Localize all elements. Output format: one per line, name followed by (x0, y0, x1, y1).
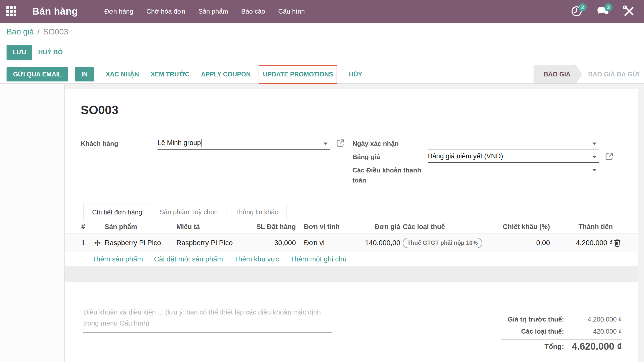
untaxed-amount-label: Giá trị trước thuế: (501, 315, 572, 323)
col-header-unit-price[interactable]: Đơn giá (354, 223, 400, 231)
col-header-description[interactable]: Miêu tả (175, 223, 247, 231)
tools-icon (623, 6, 634, 17)
action-buttons: GỬI QUA EMAIL IN XÁC NHẬN XEM TRƯỚC APPL… (7, 65, 362, 83)
tab-other-info[interactable]: Thông tin khác (226, 204, 287, 220)
activity-button[interactable]: 2 (571, 5, 583, 17)
menu-reporting[interactable]: Báo cáo (241, 8, 265, 15)
tab-optional-products[interactable]: Sản phẩm Tuỳ chọn (151, 204, 226, 220)
caret-down-icon[interactable] (324, 143, 328, 145)
breadcrumb-current: SO003 (43, 27, 68, 36)
app-title: Bán hàng (32, 6, 78, 17)
apps-menu-button[interactable] (0, 0, 23, 23)
terms-input[interactable]: Điều khoản và điều kiện ... (lưu ý: bạn … (83, 307, 332, 333)
caret-down-icon[interactable] (592, 156, 596, 158)
breadcrumb-parent-link[interactable]: Báo giá (7, 27, 34, 36)
table-row[interactable]: 1 Raspberry Pi Pico Raspberry Pi Pico 30… (65, 234, 638, 252)
customer-field[interactable]: Lê Minh group (157, 137, 330, 150)
update-promotions-button[interactable]: UPDATE PROMOTIONS (263, 71, 333, 78)
add-product-link[interactable]: Thêm sản phẩm (92, 255, 143, 263)
menu-orders[interactable]: Đơn hàng (104, 8, 133, 15)
add-note-link[interactable]: Thêm một ghi chú (290, 255, 346, 263)
left-strip (0, 84, 65, 362)
untaxed-amount-row: Giá trị trước thuế: 4.200.000 ₫ (501, 313, 622, 325)
top-menu: Đơn hàng Chờ hóa đơn Sản phẩm Báo cáo Cấ… (104, 8, 305, 15)
notebook-tabs: Chi tiết đơn hàng Sản phẩm Tuỳ chọn Thôn… (83, 204, 287, 220)
payment-terms-label: Các Điều khoản thanh toán (352, 165, 423, 185)
pricelist-field[interactable]: Bảng giá niêm yết (VND) (428, 150, 599, 163)
add-section-link[interactable]: Thêm khu vực (234, 255, 279, 263)
sales-quotation-screen: Bán hàng Đơn hàng Chờ hóa đơn Sản phẩm B… (0, 0, 644, 362)
confirmation-date-label: Ngày xác nhận (352, 139, 428, 149)
grand-total-row: Tổng: 4.620.000 ₫ (501, 339, 622, 351)
messages-button[interactable]: 2 (596, 5, 609, 17)
cell-uom[interactable]: Đơn vị (296, 239, 354, 247)
tax-badge[interactable]: Thuế GTGT phải nộp 10% (403, 238, 482, 248)
topbar: Bán hàng Đơn hàng Chờ hóa đơn Sản phẩm B… (0, 0, 644, 23)
content-area: SO003 Khách hàng Lê Minh group Ngày xác … (0, 84, 644, 362)
status-quotation[interactable]: BÁO GIÁ (534, 65, 582, 83)
menu-to-invoice[interactable]: Chờ hóa đơn (146, 8, 185, 15)
order-title: SO003 (81, 103, 118, 117)
grand-total-value: 4.620.000 ₫ (572, 341, 622, 352)
col-header-product[interactable]: Sản phẩm (103, 223, 175, 231)
cell-unit-price[interactable]: 140.000,00 (354, 239, 400, 247)
cell-discount[interactable]: 0,00 (500, 239, 550, 247)
col-header-quantity[interactable]: SL Đặt hàng (247, 223, 296, 231)
col-header-index: # (81, 223, 91, 231)
drag-handle[interactable] (91, 239, 103, 246)
cell-product[interactable]: Raspberry Pi Pico (103, 239, 175, 247)
grand-total-label: Tổng: (501, 343, 572, 351)
messages-badge: 2 (605, 3, 613, 11)
statusbar: BÁO GIÁ BÁO GIÁ ĐÃ GỬI (534, 65, 644, 83)
row-index: 1 (81, 239, 91, 247)
table-header-row: # Sản phẩm Miêu tả SL Đặt hàng Đơn vị tí… (65, 220, 638, 234)
col-header-uom[interactable]: Đơn vị tính (296, 223, 354, 231)
edit-controls: LƯU HUỶ BỎ (0, 43, 644, 62)
update-promotions-highlight-box: UPDATE PROMOTIONS (259, 65, 337, 84)
pricelist-value: Bảng giá niêm yết (VND) (428, 152, 503, 160)
cell-taxes: Thuế GTGT phải nộp 10% (400, 238, 500, 248)
send-by-email-button[interactable]: GỬI QUA EMAIL (7, 67, 68, 81)
cancel-button[interactable]: HỦY (349, 71, 362, 78)
caret-down-icon[interactable] (592, 169, 596, 171)
cell-description[interactable]: Raspberry Pi Pico (175, 239, 247, 247)
menu-products[interactable]: Sản phẩm (198, 8, 228, 15)
col-header-discount[interactable]: Chiết khấu (%) (500, 223, 550, 231)
untaxed-amount-value: 4.200.000 ₫ (572, 315, 622, 323)
pricelist-label: Bảng giá (352, 152, 428, 162)
preview-button[interactable]: XEM TRƯỚC (150, 71, 189, 78)
external-link-icon[interactable] (336, 139, 345, 147)
taxes-label: Các loại thuế: (501, 328, 572, 335)
move-icon (94, 239, 101, 246)
menu-configuration[interactable]: Cấu hình (278, 8, 305, 15)
grid-icon (6, 6, 17, 17)
save-button[interactable]: LƯU (7, 45, 32, 60)
breadcrumb-separator: / (37, 27, 40, 36)
taxes-value: 420.000 ₫ (572, 328, 622, 335)
status-quotation-sent[interactable]: BÁO GIÁ ĐÃ GỬI (582, 71, 642, 78)
cell-subtotal: 4.200.000 ₫ (550, 239, 613, 247)
customer-value: Lê Minh group (157, 139, 201, 147)
configure-product-link[interactable]: Cài đặt một sản phẩm (154, 255, 223, 263)
order-lines-table: # Sản phẩm Miêu tả SL Đặt hàng Đơn vị tí… (65, 220, 638, 282)
external-link-icon[interactable] (605, 152, 614, 161)
table-end-band (65, 266, 638, 282)
cell-quantity[interactable]: 30,000 (247, 239, 296, 247)
discard-button[interactable]: HUỶ BỎ (38, 49, 63, 56)
activity-badge: 2 (579, 3, 587, 11)
payment-terms-field[interactable] (428, 164, 599, 176)
col-header-taxes[interactable]: Các loại thuế (400, 223, 500, 231)
print-button[interactable]: IN (75, 67, 94, 81)
topbar-right: 2 2 (571, 5, 644, 17)
confirmation-date-field[interactable] (428, 137, 599, 150)
debug-tools-button[interactable] (622, 5, 634, 17)
form-sheet: SO003 Khách hàng Lê Minh group Ngày xác … (65, 89, 638, 362)
delete-line-button[interactable] (613, 239, 622, 247)
totals-panel: Giá trị trước thuế: 4.200.000 ₫ Các loại… (501, 310, 622, 351)
tab-order-lines[interactable]: Chi tiết đơn hàng (83, 204, 151, 220)
col-header-subtotal[interactable]: Thành tiền (550, 223, 613, 231)
breadcrumb: Báo giá / SO003 (0, 23, 644, 41)
caret-down-icon[interactable] (592, 143, 596, 145)
apply-coupon-button[interactable]: APPLY COUPON (201, 71, 251, 78)
confirm-button[interactable]: XÁC NHẬN (106, 71, 139, 78)
